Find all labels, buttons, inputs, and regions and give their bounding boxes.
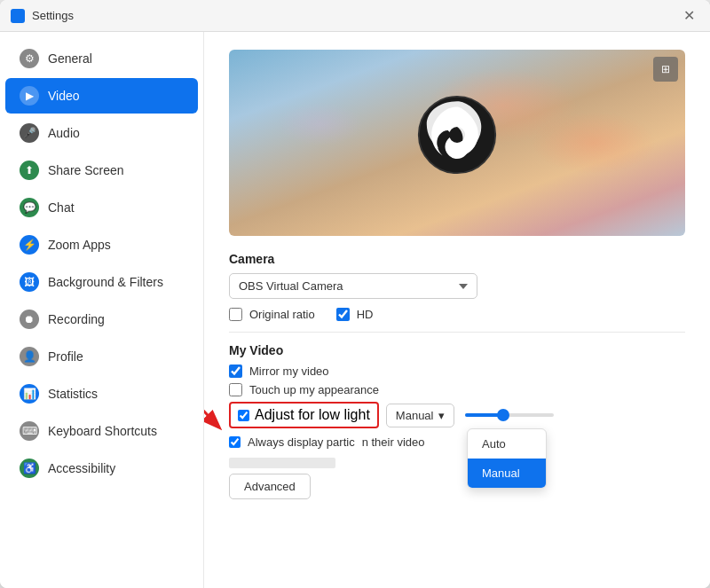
title-bar: Settings ✕ (0, 0, 710, 32)
sidebar-item-background[interactable]: 🖼 Background & Filters (5, 264, 198, 300)
profile-icon: 👤 (20, 347, 39, 366)
sidebar-item-audio[interactable]: 🎤 Audio (5, 115, 198, 151)
my-video-label: My Video (229, 343, 685, 357)
red-arrow-indicator (204, 393, 225, 433)
audio-icon: 🎤 (20, 123, 39, 143)
placeholder-bar (229, 458, 335, 468)
background-icon: 🖼 (20, 272, 39, 292)
touch-up-checkbox[interactable] (229, 383, 242, 396)
sidebar-item-label: Chat (48, 200, 75, 215)
sidebar-item-zoom-apps[interactable]: ⚡ Zoom Apps (5, 227, 198, 263)
advanced-button[interactable]: Advanced (229, 474, 311, 499)
sidebar-item-statistics[interactable]: 📊 Statistics (5, 376, 198, 412)
always-display-row: Always display partic n their video (229, 435, 685, 449)
sidebar-item-profile[interactable]: 👤 Profile (5, 339, 198, 374)
preview-expand-button[interactable]: ⊞ (653, 57, 678, 82)
window-title: Settings (32, 9, 74, 22)
sidebar-item-keyboard[interactable]: ⌨ Keyboard Shortcuts (5, 413, 198, 449)
accessibility-icon: ♿ (20, 459, 39, 478)
mirror-checkbox[interactable] (229, 365, 242, 378)
always-display-checkbox[interactable] (229, 436, 241, 448)
sidebar-item-label: Zoom Apps (48, 238, 111, 252)
low-light-label: Adjust for low light (255, 407, 370, 423)
sidebar: ⚙ General ▶ Video 🎤 Audio ⬆ Share Screen… (0, 32, 204, 588)
always-display-suffix: n their video (362, 435, 425, 449)
sidebar-item-chat[interactable]: 💬 Chat (5, 190, 198, 225)
content-area: ⚙ General ▶ Video 🎤 Audio ⬆ Share Screen… (0, 32, 710, 588)
zoom-apps-icon: ⚡ (20, 235, 39, 255)
recording-icon: ⏺ (20, 310, 39, 329)
sidebar-item-general[interactable]: ⚙ General (5, 41, 198, 76)
my-video-section: My Video Mirror my video Touch up my app… (229, 343, 685, 499)
original-ratio-row: Original ratio HD (229, 308, 685, 321)
camera-select[interactable]: OBS Virtual Camera (229, 273, 477, 299)
low-light-checkbox[interactable] (238, 410, 249, 421)
mirror-label: Mirror my video (249, 365, 329, 378)
sidebar-item-label: Recording (48, 312, 105, 326)
video-preview: ⊞ (229, 50, 685, 236)
app-icon (11, 9, 25, 23)
sidebar-item-label: Audio (48, 126, 80, 140)
keyboard-icon: ⌨ (20, 421, 39, 441)
sidebar-item-label: Profile (48, 349, 83, 364)
brightness-slider-track (465, 413, 554, 417)
settings-window: Settings ✕ ⚙ General ▶ Video 🎤 Audio ⬆ S… (0, 0, 710, 588)
low-light-checkbox-box: Adjust for low light (229, 402, 379, 428)
main-content: ⊞ Camera OBS Virtual Camera Original rat… (204, 32, 710, 588)
share-screen-icon: ⬆ (20, 161, 39, 180)
dropdown-value: Manual (396, 409, 434, 422)
dropdown-option-manual[interactable]: Manual (468, 459, 546, 488)
brightness-slider-fill (465, 413, 501, 417)
hd-label: HD (357, 308, 374, 321)
obs-logo (417, 95, 497, 175)
sidebar-item-accessibility[interactable]: ♿ Accessibility (5, 451, 198, 486)
sidebar-item-label: Background & Filters (48, 275, 163, 289)
always-display-label: Always display partic (248, 435, 355, 449)
sidebar-item-label: Keyboard Shortcuts (48, 424, 157, 438)
sidebar-item-recording[interactable]: ⏺ Recording (5, 302, 198, 337)
sidebar-item-label: Statistics (48, 387, 98, 401)
sidebar-item-video[interactable]: ▶ Video (5, 78, 198, 114)
hd-checkbox[interactable] (336, 308, 350, 321)
close-button[interactable]: ✕ (678, 5, 699, 27)
low-light-row: Adjust for low light Manual ▾ Auto Manua… (229, 402, 685, 428)
brightness-slider-thumb[interactable] (497, 409, 509, 421)
mirror-row: Mirror my video (229, 365, 685, 378)
sidebar-item-label: Accessibility (48, 461, 115, 475)
camera-section-label: Camera (229, 252, 685, 266)
dropdown-option-auto[interactable]: Auto (468, 429, 546, 459)
video-icon: ▶ (20, 86, 39, 106)
original-ratio-label: Original ratio (249, 308, 315, 321)
touch-up-row: Touch up my appearance (229, 383, 685, 396)
camera-select-wrapper: OBS Virtual Camera (229, 273, 685, 299)
statistics-icon: 📊 (20, 384, 39, 404)
sidebar-item-label: General (48, 51, 92, 66)
sidebar-item-label: Video (48, 89, 80, 103)
sidebar-item-share-screen[interactable]: ⬆ Share Screen (5, 153, 198, 188)
sidebar-item-label: Share Screen (48, 163, 124, 177)
title-bar-left: Settings (11, 9, 74, 23)
low-light-dropdown-menu: Auto Manual (467, 428, 547, 489)
dropdown-chevron-icon: ▾ (438, 409, 445, 422)
general-icon: ⚙ (20, 49, 39, 68)
touch-up-label: Touch up my appearance (249, 383, 379, 396)
chat-icon: 💬 (20, 198, 39, 217)
original-ratio-checkbox[interactable] (229, 308, 242, 321)
low-light-dropdown-button[interactable]: Manual ▾ (386, 404, 455, 427)
divider (229, 332, 685, 333)
